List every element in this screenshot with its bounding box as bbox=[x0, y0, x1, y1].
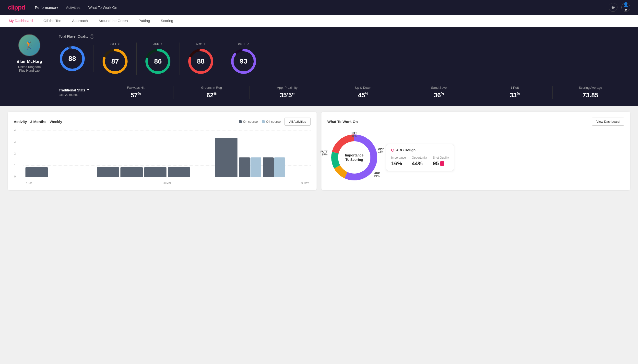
trad-stat-items: Fairways Hit 57% Greens In Reg 62% App. … bbox=[98, 86, 628, 99]
info-card-metrics: Importance 16% Opportunity 44% Shot Qual… bbox=[391, 156, 449, 167]
bar-group-4 bbox=[120, 167, 143, 177]
nav-right: ⊕ 👤 ▾ bbox=[609, 3, 630, 12]
x-label-1: 28 Mar bbox=[162, 182, 171, 184]
info-card-name: ARG Rough bbox=[396, 148, 415, 152]
nav-what-to-work-on[interactable]: What To Work On bbox=[88, 6, 117, 10]
bar-group-10 bbox=[263, 158, 285, 177]
legend-label-off: Off course bbox=[266, 120, 281, 124]
legend-dot-off bbox=[262, 120, 265, 123]
score-value-ott: 87 bbox=[111, 58, 119, 65]
bar-chart: 4 3 2 1 0 7 Feb 28 Mar 9 May bbox=[14, 130, 311, 184]
circle-app: 86 bbox=[144, 48, 171, 75]
score-putt: PUTT↗ 93 bbox=[222, 42, 265, 75]
tab-scoring[interactable]: Scoring bbox=[160, 15, 174, 28]
logo[interactable]: clippd bbox=[8, 4, 25, 11]
legend-on-course: On course bbox=[239, 120, 258, 124]
user-menu-button[interactable]: 👤 ▾ bbox=[621, 3, 630, 12]
metric-label-importance: Importance bbox=[391, 156, 406, 160]
activity-panel: Activity - 3 Months - Weekly On course O… bbox=[8, 112, 317, 190]
circle-overall: 88 bbox=[59, 45, 86, 72]
x-labels: 7 Feb 28 Mar 9 May bbox=[24, 182, 311, 184]
bar-on-8 bbox=[215, 138, 238, 177]
bar-group-6 bbox=[168, 167, 190, 177]
add-button[interactable]: ⊕ bbox=[609, 3, 617, 12]
bar-off-9 bbox=[251, 158, 261, 177]
nav-activities[interactable]: Activities bbox=[66, 6, 81, 10]
x-label-2: 9 May bbox=[301, 182, 309, 184]
bar-on-4 bbox=[120, 167, 143, 177]
what-to-work-header: What To Work On View Dashboard bbox=[327, 118, 624, 126]
trad-stat-val-3: 45% bbox=[329, 92, 397, 99]
bar-on-0 bbox=[26, 167, 48, 177]
trad-stats-subtitle: Last 20 rounds bbox=[59, 93, 98, 96]
score-ott: OTT↗ 87 bbox=[94, 42, 137, 75]
player-handicap: Plus Handicap bbox=[19, 69, 40, 72]
what-to-work-panel: What To Work On View Dashboard Importanc… bbox=[321, 112, 630, 190]
tab-around-the-green[interactable]: Around the Green bbox=[98, 15, 129, 28]
trad-stat-name-2: App. Proximity bbox=[253, 86, 321, 90]
x-label-0: 7 Feb bbox=[26, 182, 32, 184]
donut-label-ott: OTT 10% bbox=[352, 132, 357, 138]
bars-row bbox=[24, 130, 311, 177]
view-dashboard-button[interactable]: View Dashboard bbox=[592, 118, 624, 126]
player-country: United Kingdom bbox=[18, 65, 41, 69]
donut-label-app: APP 12% bbox=[378, 147, 384, 153]
score-value-overall: 88 bbox=[68, 55, 76, 62]
scores-row: 88 OTT↗ 87 bbox=[59, 42, 628, 75]
trad-stat-name-5: 1 Putt bbox=[481, 86, 549, 90]
trad-stat-name-6: Scoring Average bbox=[556, 86, 624, 90]
player-info: 🏌️ Blair McHarg United Kingdom Plus Hand… bbox=[10, 34, 49, 72]
score-value-putt: 93 bbox=[240, 58, 247, 65]
score-value-arg: 88 bbox=[197, 58, 204, 65]
metric-label-shot-quality: Shot Quality bbox=[433, 156, 449, 160]
bar-on-5 bbox=[144, 167, 166, 177]
tab-nav: My Dashboard Off the Tee Approach Around… bbox=[0, 15, 638, 28]
help-icon[interactable]: ? bbox=[90, 34, 94, 38]
metric-opportunity: Opportunity 44% bbox=[412, 156, 427, 167]
trad-help-icon[interactable]: ? bbox=[87, 88, 89, 92]
donut-label-putt: PUTT 57% bbox=[320, 150, 328, 156]
tab-off-the-tee[interactable]: Off the Tee bbox=[43, 15, 62, 28]
trad-stat-proximity: App. Proximity 35'5" bbox=[250, 86, 325, 99]
nav-performance[interactable]: Performance bbox=[35, 6, 58, 10]
bar-group-8 bbox=[215, 138, 238, 177]
metric-badge: ↓ bbox=[440, 161, 444, 166]
bar-group-0 bbox=[26, 167, 48, 177]
tpq-label: Total Player Quality ? bbox=[59, 34, 628, 38]
trad-stat-val-5: 33% bbox=[481, 92, 549, 99]
info-card-dot bbox=[391, 149, 394, 152]
legend-dot-on bbox=[239, 120, 242, 123]
circle-arg: 88 bbox=[187, 48, 214, 75]
donut-label-arg: ARG 21% bbox=[374, 172, 380, 178]
bar-group-5 bbox=[144, 167, 166, 177]
donut-svg bbox=[327, 130, 381, 184]
traditional-stats: Traditional Stats ? Last 20 rounds Fairw… bbox=[59, 86, 628, 99]
bar-on-10 bbox=[263, 158, 274, 177]
bar-on-9 bbox=[239, 158, 250, 177]
donut-area: ImportanceTo Scoring OTT 10% APP 12% ARG… bbox=[327, 130, 624, 184]
score-label-app: APP↗ bbox=[153, 42, 162, 46]
trad-stat-val-6: 73.85 bbox=[556, 92, 624, 99]
activity-legend: On course Off course All Activities bbox=[239, 118, 311, 126]
metric-value-importance: 16% bbox=[391, 160, 406, 167]
trad-stat-val-0: 57% bbox=[102, 92, 170, 99]
activity-panel-header: Activity - 3 Months - Weekly On course O… bbox=[14, 118, 311, 126]
header-divider bbox=[59, 81, 628, 81]
tab-my-dashboard[interactable]: My Dashboard bbox=[8, 15, 34, 28]
score-label-putt: PUTT↗ bbox=[238, 42, 249, 46]
bar-group-9 bbox=[239, 158, 261, 177]
metric-shot-quality: Shot Quality 95 ↓ bbox=[433, 156, 449, 167]
trad-stat-scoring: Scoring Average 73.85 bbox=[553, 86, 628, 99]
score-arg: ARG↗ 88 bbox=[179, 42, 222, 75]
dashboard-header: 🏌️ Blair McHarg United Kingdom Plus Hand… bbox=[0, 28, 638, 106]
player-name: Blair McHarg bbox=[17, 59, 42, 64]
score-overall: 88 bbox=[59, 45, 94, 72]
score-label-ott: OTT↗ bbox=[110, 42, 120, 46]
trad-stat-val-4: 36% bbox=[405, 92, 473, 99]
trad-stat-gir: Greens In Reg 62% bbox=[174, 86, 250, 99]
tab-approach[interactable]: Approach bbox=[71, 15, 89, 28]
tab-putting[interactable]: Putting bbox=[138, 15, 151, 28]
all-activities-button[interactable]: All Activities bbox=[285, 118, 311, 126]
bar-on-6 bbox=[168, 167, 190, 177]
info-card: ARG Rough Importance 16% Opportunity 44%… bbox=[386, 144, 454, 171]
